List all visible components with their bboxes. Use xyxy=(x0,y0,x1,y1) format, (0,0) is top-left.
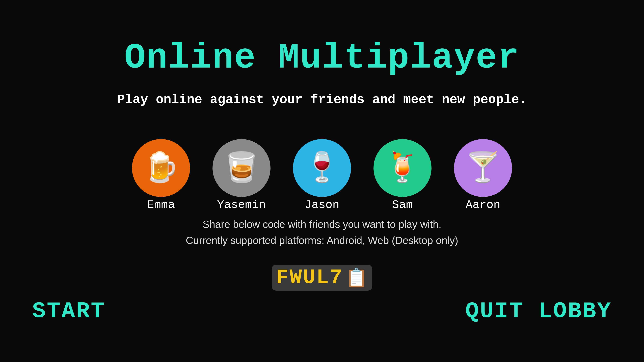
player-name-aaron: Aaron xyxy=(466,198,500,212)
page-title: Online Multiplayer xyxy=(124,38,520,78)
page-subtitle: Play online against your friends and mee… xyxy=(117,92,527,107)
avatar-sam: 🍹 xyxy=(374,139,432,197)
lobby-code: FWUL7 xyxy=(276,266,343,289)
player-name-emma: Emma xyxy=(147,198,175,212)
avatar-jason: 🍷 xyxy=(293,139,351,197)
player-name-yasemin: Yasemin xyxy=(217,198,266,212)
player-item-emma: 🍺Emma xyxy=(132,139,190,212)
player-item-sam: 🍹Sam xyxy=(374,139,432,212)
avatar-emma: 🍺 xyxy=(132,139,190,197)
player-name-sam: Sam xyxy=(392,198,413,212)
player-item-yasemin: 🥃Yasemin xyxy=(212,139,270,212)
copy-icon: 📋 xyxy=(345,267,368,288)
player-item-aaron: 🍸Aaron xyxy=(454,139,512,212)
share-text: Share below code with friends you want t… xyxy=(202,218,442,230)
player-name-jason: Jason xyxy=(304,198,339,212)
platforms-text: Currently supported platforms: Android, … xyxy=(186,234,458,246)
bottom-row: START QUIT LOBBY xyxy=(32,299,612,324)
lobby-code-button[interactable]: FWUL7 📋 xyxy=(272,265,372,291)
avatar-aaron: 🍸 xyxy=(454,139,512,197)
page-container: Online Multiplayer Play online against y… xyxy=(0,38,644,324)
quit-lobby-button[interactable]: QUIT LOBBY xyxy=(465,299,612,324)
start-button[interactable]: START xyxy=(32,299,106,324)
avatar-yasemin: 🥃 xyxy=(212,139,270,197)
players-row: 🍺Emma🥃Yasemin🍷Jason🍹Sam🍸Aaron xyxy=(132,139,512,212)
player-item-jason: 🍷Jason xyxy=(293,139,351,212)
